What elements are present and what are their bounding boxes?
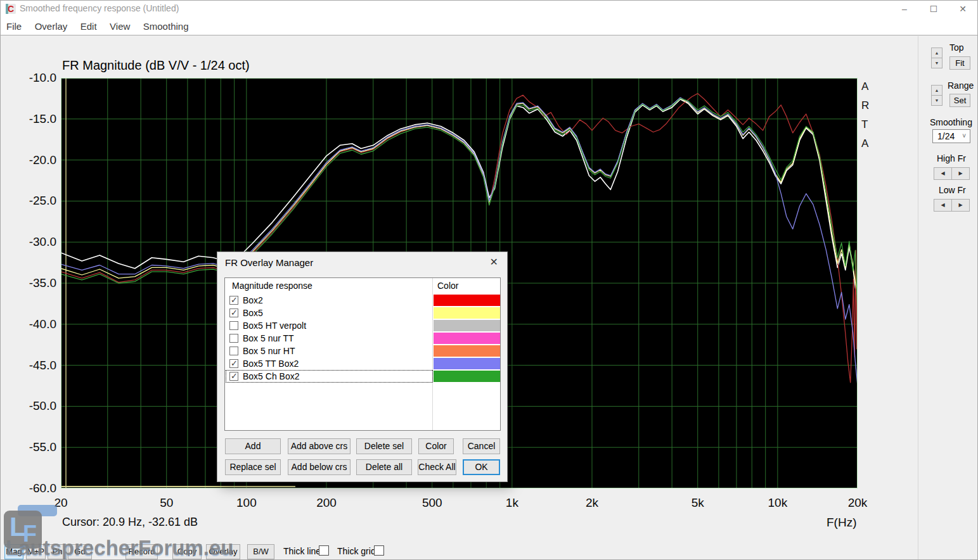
x-tick-label: 200 xyxy=(304,496,349,510)
overlay-row[interactable]: Box5 TT Box2 xyxy=(225,357,500,370)
dialog-close-icon[interactable]: ✕ xyxy=(490,256,498,268)
high-fr-right-button[interactable]: ▶ xyxy=(951,167,970,180)
y-tick-label: -60.0 xyxy=(20,481,56,495)
fit-button[interactable]: Fit xyxy=(949,56,970,70)
gd-button[interactable]: Gd xyxy=(68,544,92,559)
color-swatch[interactable] xyxy=(434,320,501,331)
phase-button[interactable]: Ph xyxy=(48,544,67,559)
y-tick-label: -25.0 xyxy=(20,194,56,208)
overlay-row[interactable]: Box 5 nur TT xyxy=(225,332,500,345)
top-down-button[interactable]: ▼ xyxy=(931,58,943,68)
thick-grid-label: Thick grid xyxy=(337,546,376,556)
cancel-button[interactable]: Cancel xyxy=(463,438,500,454)
color-swatch[interactable] xyxy=(434,345,501,357)
thick-line-checkbox[interactable] xyxy=(319,545,329,556)
check-all-button[interactable]: Check All xyxy=(418,459,456,475)
overlay-row-label: Box5 TT Box2 xyxy=(243,359,299,369)
overlay-row[interactable]: Box 5 nur HT xyxy=(225,345,500,357)
smoothing-label: Smoothing xyxy=(930,117,972,127)
menu-smoothing[interactable]: Smoothing xyxy=(139,17,193,32)
chevron-down-icon: ˅ xyxy=(962,132,966,139)
top-spinner: ▲ ▼ xyxy=(931,48,943,69)
y-tick-label: -30.0 xyxy=(20,235,56,249)
x-tick-label: 100 xyxy=(224,496,269,510)
x-axis-unit-label: F(Hz) xyxy=(827,516,856,530)
low-fr-right-button[interactable]: ▶ xyxy=(951,199,970,212)
title-bar: C Smoothed frequency response (Untitled)… xyxy=(1,1,977,17)
replace-sel-button[interactable]: Replace sel xyxy=(225,459,281,475)
window-title: Smoothed frequency response (Untitled) xyxy=(20,3,179,13)
overlay-row-label: Box5 Ch Box2 xyxy=(243,371,300,381)
maximize-button[interactable]: ☐ xyxy=(919,1,948,17)
range-up-button[interactable]: ▲ xyxy=(931,85,943,96)
x-tick-label: 1k xyxy=(490,496,534,510)
close-button[interactable]: ✕ xyxy=(948,1,977,17)
delete-all-button[interactable]: Delete all xyxy=(356,459,412,475)
record-button[interactable]: Record xyxy=(125,544,158,559)
smoothing-select[interactable]: 1/24 ˅ xyxy=(932,129,970,143)
checkbox-unchecked-icon[interactable] xyxy=(229,334,238,343)
y-tick-label: -15.0 xyxy=(20,112,56,126)
checkbox-checked-icon[interactable] xyxy=(229,309,238,317)
bw-button[interactable]: B/W xyxy=(247,544,274,559)
color-swatch[interactable] xyxy=(434,333,501,344)
thick-grid-checkbox[interactable] xyxy=(374,545,384,556)
top-up-button[interactable]: ▲ xyxy=(931,48,943,58)
arta-letter: A xyxy=(861,137,874,150)
color-button[interactable]: Color xyxy=(418,438,454,454)
overlay-row-label: Box 5 nur HT xyxy=(243,346,295,356)
overlay-row[interactable]: Box5 Ch Box2 xyxy=(225,370,500,383)
overlay-row-label: Box2 xyxy=(243,295,263,305)
low-fr-buttons: ◀▶ xyxy=(934,198,970,212)
menu-file[interactable]: File xyxy=(2,17,26,32)
set-button[interactable]: Set xyxy=(949,94,970,107)
fr-overlay-manager-dialog: FR Overlay Manager ✕ Magnitude response … xyxy=(217,251,508,482)
arta-letter: R xyxy=(861,99,874,112)
y-tick-label: -45.0 xyxy=(20,359,56,372)
color-swatch[interactable] xyxy=(434,371,501,382)
minimize-button[interactable]: – xyxy=(890,1,919,17)
checkbox-unchecked-icon[interactable] xyxy=(229,321,238,330)
high-fr-label: High Fr xyxy=(937,153,966,163)
dialog-title: FR Overlay Manager xyxy=(225,257,313,268)
high-fr-buttons: ◀▶ xyxy=(934,166,970,180)
checkbox-checked-icon[interactable] xyxy=(229,296,238,305)
color-swatch[interactable] xyxy=(434,307,501,319)
color-swatch[interactable] xyxy=(434,295,501,306)
copy-button[interactable]: Copy xyxy=(172,544,202,559)
add-above-crs-button[interactable]: Add above crs xyxy=(288,438,351,454)
overlay-list[interactable]: Magnitude response Color Box2Box5Box5 HT… xyxy=(224,277,501,431)
y-tick-label: -40.0 xyxy=(20,317,56,331)
column-header-color: Color xyxy=(437,281,458,291)
delete-sel-button[interactable]: Delete sel xyxy=(356,438,412,454)
panel-separator xyxy=(918,36,918,560)
app-icon: C xyxy=(6,4,16,14)
arta-letter: T xyxy=(861,118,874,131)
overlay-row[interactable]: Box2 xyxy=(225,294,500,307)
y-tick-label: -20.0 xyxy=(20,153,56,167)
x-tick-label: 500 xyxy=(410,496,454,510)
menu-edit[interactable]: Edit xyxy=(76,17,101,32)
x-tick-label: 10k xyxy=(756,496,800,510)
menu-view[interactable]: View xyxy=(105,17,134,32)
overlay-row-label: Box5 HT verpolt xyxy=(243,321,306,331)
overlay-list-header: Magnitude response Color xyxy=(225,278,500,294)
overlay-row-label: Box 5 nur TT xyxy=(243,333,294,343)
checkbox-checked-icon[interactable] xyxy=(229,359,238,368)
menu-overlay[interactable]: Overlay xyxy=(30,17,72,32)
range-down-button[interactable]: ▼ xyxy=(931,95,943,106)
overlay-row[interactable]: Box5 HT verpolt xyxy=(225,319,500,332)
ok-button[interactable]: OK xyxy=(463,459,500,475)
range-label: Range xyxy=(948,80,974,91)
x-tick-label: 50 xyxy=(145,496,189,510)
overlay-button[interactable]: Overlay xyxy=(206,544,240,559)
range-spinner: ▲ ▼ xyxy=(931,85,943,106)
low-fr-label: Low Fr xyxy=(939,185,966,195)
high-fr-left-button[interactable]: ◀ xyxy=(934,167,952,180)
add-button[interactable]: Add xyxy=(225,438,281,454)
overlay-row[interactable]: Box5 xyxy=(225,307,500,319)
checkbox-unchecked-icon[interactable] xyxy=(229,347,238,355)
low-fr-left-button[interactable]: ◀ xyxy=(934,199,952,212)
color-swatch[interactable] xyxy=(434,358,501,369)
add-below-crs-button[interactable]: Add below crs xyxy=(288,459,351,475)
